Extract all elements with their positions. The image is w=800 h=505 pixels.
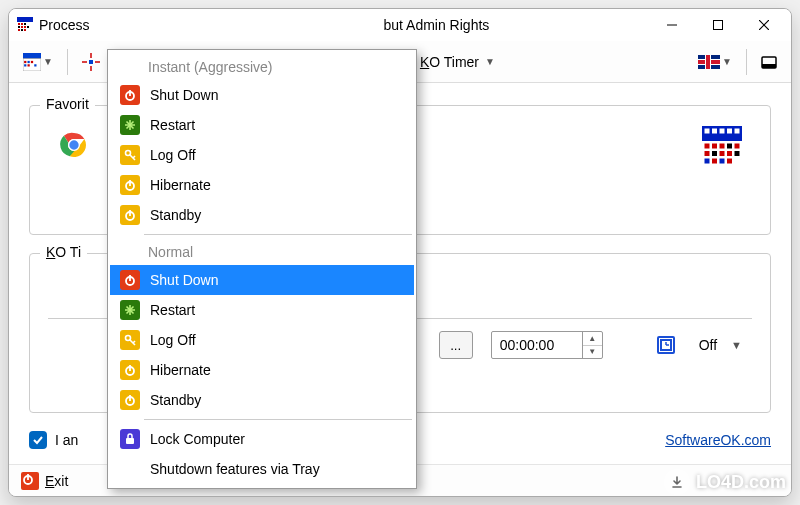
menu-item-tray-features[interactable]: Shutdown features via Tray xyxy=(110,454,414,484)
main-window: Process but Admin Rights ▼ xyxy=(8,8,792,497)
chevron-down-icon: ▼ xyxy=(731,339,742,351)
menu-item-label: Restart xyxy=(150,302,195,318)
svg-rect-23 xyxy=(34,64,36,66)
menu-item-label: Hibernate xyxy=(150,362,211,378)
grid-view-button[interactable]: ▼ xyxy=(17,47,59,77)
time-input[interactable]: 00:00:00 ▲ ▼ xyxy=(491,331,603,359)
svg-line-81 xyxy=(133,341,135,343)
minimize-button[interactable] xyxy=(649,10,695,40)
favorites-label: Favorit xyxy=(40,96,95,112)
tray-button[interactable] xyxy=(755,47,783,77)
clock-icon[interactable] xyxy=(657,336,675,354)
svg-rect-28 xyxy=(89,60,93,64)
svg-rect-37 xyxy=(720,129,725,134)
separator xyxy=(67,49,68,75)
menu-item-instant-hibernate[interactable]: Hibernate xyxy=(110,170,414,200)
svg-rect-48 xyxy=(720,151,725,156)
language-button[interactable]: ▼ xyxy=(692,47,738,77)
power-icon xyxy=(120,270,140,290)
menu-item-label: Restart xyxy=(150,117,195,133)
separator xyxy=(746,49,747,75)
ko-timer-menu-button[interactable]: KO Timer ▼ xyxy=(414,47,501,77)
svg-line-68 xyxy=(133,156,135,158)
key-icon xyxy=(120,330,140,350)
menu-item-instant-restart[interactable]: Restart xyxy=(110,110,414,140)
maximize-button[interactable] xyxy=(695,10,741,40)
key-icon xyxy=(120,145,140,165)
svg-rect-10 xyxy=(21,29,23,31)
svg-rect-4 xyxy=(24,23,26,25)
svg-rect-9 xyxy=(18,29,20,31)
restart-icon xyxy=(120,115,140,135)
menu-item-label: Log Off xyxy=(150,332,196,348)
svg-rect-22 xyxy=(28,64,30,66)
svg-rect-13 xyxy=(714,21,723,30)
timer-state-dropdown[interactable]: Off ▼ xyxy=(693,337,748,353)
chevron-down-icon: ▼ xyxy=(722,56,732,67)
power-menu: Instant (Aggressive) Shut Down Restart L… xyxy=(107,49,417,489)
power-icon xyxy=(120,175,140,195)
svg-rect-44 xyxy=(727,144,732,149)
menu-item-label: Hibernate xyxy=(150,177,211,193)
timer-state-label: Off xyxy=(699,337,717,353)
svg-rect-41 xyxy=(705,144,710,149)
svg-rect-39 xyxy=(735,129,740,134)
svg-rect-19 xyxy=(28,60,30,62)
svg-rect-53 xyxy=(720,159,725,164)
ellipsis-button[interactable]: ... xyxy=(439,331,473,359)
close-button[interactable] xyxy=(741,10,787,40)
svg-rect-51 xyxy=(705,159,710,164)
svg-rect-43 xyxy=(720,144,725,149)
exit-button[interactable]: Exit xyxy=(45,473,68,489)
titlebar: Process but Admin Rights xyxy=(9,9,791,41)
menu-item-label: Log Off xyxy=(150,147,196,163)
menu-item-normal-shutdown[interactable]: Shut Down xyxy=(110,265,414,295)
spin-up-icon[interactable]: ▲ xyxy=(583,332,602,346)
menu-item-normal-standby[interactable]: Standby xyxy=(110,385,414,415)
power-icon xyxy=(120,360,140,380)
power-icon xyxy=(120,390,140,410)
target-button[interactable] xyxy=(76,47,106,77)
svg-rect-20 xyxy=(31,60,33,62)
svg-rect-30 xyxy=(762,64,776,68)
menu-item-label: Shut Down xyxy=(150,87,218,103)
ellipsis-label: ... xyxy=(450,338,461,353)
chevron-down-icon: ▼ xyxy=(43,56,53,67)
svg-rect-49 xyxy=(727,151,732,156)
menu-item-normal-restart[interactable]: Restart xyxy=(110,295,414,325)
svg-rect-3 xyxy=(21,23,23,25)
menu-item-label: Standby xyxy=(150,207,201,223)
menu-separator xyxy=(144,419,412,420)
menu-item-instant-standby[interactable]: Standby xyxy=(110,200,414,230)
svg-rect-38 xyxy=(727,129,732,134)
svg-rect-2 xyxy=(18,23,20,25)
blank-icon xyxy=(120,459,140,479)
spin-down-icon[interactable]: ▼ xyxy=(583,346,602,359)
processko-icon[interactable] xyxy=(702,126,742,166)
menu-item-instant-shutdown[interactable]: Shut Down xyxy=(110,80,414,110)
time-value: 00:00:00 xyxy=(492,337,582,353)
svg-rect-6 xyxy=(21,26,23,28)
svg-rect-5 xyxy=(18,26,20,28)
chrome-icon[interactable] xyxy=(58,129,90,164)
svg-rect-21 xyxy=(24,64,26,66)
svg-rect-18 xyxy=(24,60,26,62)
menu-separator xyxy=(144,234,412,235)
power-icon xyxy=(120,205,140,225)
menu-item-lock[interactable]: Lock Computer xyxy=(110,424,414,454)
time-spinner[interactable]: ▲ ▼ xyxy=(582,332,602,358)
confirm-checkbox[interactable] xyxy=(29,431,47,449)
menu-item-label: Shutdown features via Tray xyxy=(150,461,320,477)
menu-item-label: Shut Down xyxy=(150,272,218,288)
svg-rect-36 xyxy=(712,129,717,134)
chevron-down-icon: ▼ xyxy=(485,56,495,67)
softwareok-link[interactable]: SoftwareOK.com xyxy=(665,432,771,448)
power-icon xyxy=(21,472,39,490)
menu-item-normal-logoff[interactable]: Log Off xyxy=(110,325,414,355)
svg-rect-16 xyxy=(23,53,41,59)
menu-item-label: Lock Computer xyxy=(150,431,245,447)
ko-timer-label: KO Timer xyxy=(420,54,479,70)
svg-rect-52 xyxy=(712,159,717,164)
menu-item-normal-hibernate[interactable]: Hibernate xyxy=(110,355,414,385)
menu-item-instant-logoff[interactable]: Log Off xyxy=(110,140,414,170)
